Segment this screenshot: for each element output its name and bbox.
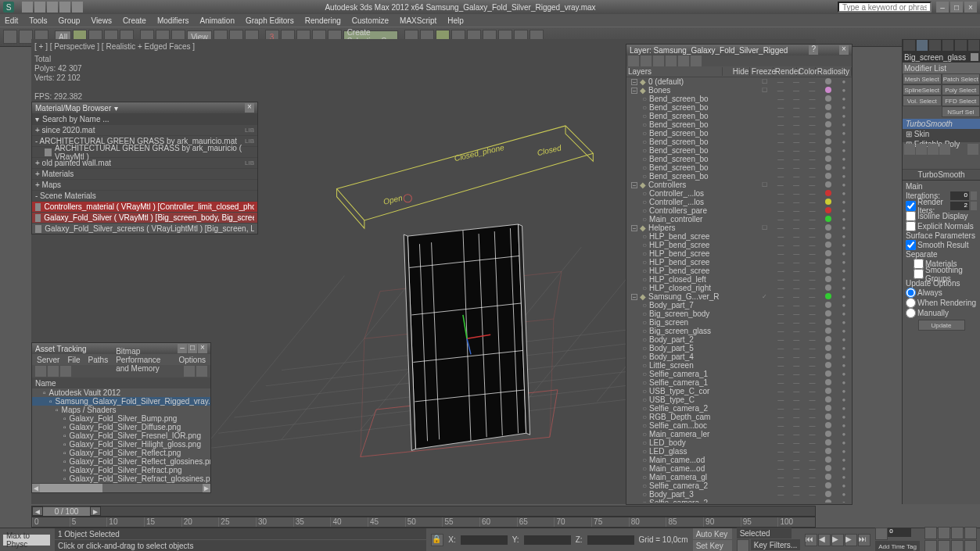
prev-frame-icon[interactable]: ◀ [818,534,831,546]
quick-redo-icon[interactable] [72,2,83,13]
material-group-row[interactable]: + Maps [32,179,257,190]
tree-icon[interactable] [60,366,71,377]
spinner-arrows-icon[interactable] [971,191,977,200]
material-group-row[interactable]: ARCHITECTURAL GREEN GRASS by ark_maurici… [32,146,257,157]
layer-row[interactable]: ○Big_screen_glass———● [626,327,852,335]
layer-row[interactable]: ○Controllers_pare———● [626,206,852,215]
z-coord-input[interactable] [587,535,634,545]
chevron-down-icon[interactable]: ▾ [35,115,39,123]
layer-row[interactable]: ○RGB_Depth_cam———● [626,413,852,421]
quick-undo-icon[interactable] [59,2,70,13]
layer-row[interactable]: ○Main_came...od———● [626,464,852,473]
scene-material-row[interactable]: Controllers_material ( VRayMtl ) [Contro… [32,201,257,212]
layer-row[interactable]: ○Main_controller———● [626,215,852,224]
nsurf-sel-button[interactable]: NSurf Sel [942,106,981,117]
layer-row[interactable]: ○Bend_screen_bo———● [626,146,852,155]
zoom-icon[interactable] [924,527,937,539]
hide-unhide-icon[interactable] [691,55,702,66]
update-render-radio[interactable] [906,298,916,308]
layer-row[interactable]: ○HLP_bend_scree———● [626,241,852,249]
new-layer-icon[interactable] [628,55,639,66]
layer-row[interactable]: ○Selfie_cam...boc———● [626,421,852,430]
lock-icon[interactable]: 🔒 [431,534,443,546]
layer-row[interactable]: ○Main_camera_ler———● [626,430,852,438]
y-coord-input[interactable] [524,535,571,545]
viewport-label[interactable]: [ + ] [ Perspective ] [ Realistic + Edge… [34,42,195,51]
asset-menu-item[interactable]: Paths [88,356,109,364]
update-manual-radio[interactable] [906,308,916,318]
menu-help[interactable]: Help [447,16,464,25]
layer-expand-icon[interactable]: – [631,182,637,188]
layer-row[interactable]: ○Body_part_4———● [626,352,852,361]
quick-open-icon[interactable] [34,2,45,13]
layer-row[interactable]: ○Big_screen———● [626,318,852,327]
turbosmooth-rollout-header[interactable]: TurboSmooth [903,169,980,181]
layer-expand-icon[interactable]: – [631,225,637,231]
create-tab-icon[interactable] [903,39,916,52]
modifier-list-dropdown[interactable]: Modifier List [903,63,980,73]
maximize-button[interactable]: □ [950,2,963,13]
modify-tab-icon[interactable] [916,39,929,52]
menu-modifiers[interactable]: Modifiers [157,16,189,25]
layer-row[interactable]: ○LED_glass———● [626,447,852,456]
settings-icon[interactable] [196,366,207,377]
asset-tree-row[interactable]: ▫Galaxy_Fold_Silver_Diffuse.png [32,423,210,431]
layer-row[interactable]: ○Bend_screen_bo———● [626,95,852,103]
layer-row[interactable]: ○Selfie_camera_1———● [626,370,852,378]
help-search-input[interactable] [838,2,932,13]
refresh-icon[interactable] [35,366,46,377]
add-to-layer-icon[interactable] [653,55,664,66]
layer-row[interactable]: ○Bend_screen_bo———● [626,172,852,181]
menu-graph-editors[interactable]: Graph Editors [246,16,294,25]
asset-menu-item[interactable]: File [67,356,80,364]
orbit-icon[interactable] [951,540,964,551]
asset-tree-row[interactable]: ▫Galaxy_Fold_Silver_Bump.png [32,414,210,423]
remove-mod-icon[interactable] [939,144,950,155]
layer-row[interactable]: ○Body_part_3———● [626,490,852,499]
object-name-field[interactable]: Big_screen_glass [904,53,966,62]
layer-expand-icon[interactable]: – [631,294,637,300]
render-iters-spinner[interactable]: 2 [950,202,969,210]
delete-layer-icon[interactable] [641,55,652,66]
layer-row[interactable]: ○Bend_screen_bo———● [626,103,852,112]
ffd-select-button[interactable]: FFD Select [942,95,981,106]
time-slider-thumb[interactable]: 0 / 100 [43,507,90,516]
asset-max-icon[interactable]: □ [188,344,197,353]
layer-row[interactable]: ○Body_part_7———● [626,301,852,309]
asset-tree-row[interactable]: ▫Samsung_Galaxy_Fold_Silver_Rigged_vray.… [32,397,210,406]
layer-row[interactable]: ○Bend_screen_bo———● [626,155,852,163]
menu-group[interactable]: Group [59,16,81,25]
layer-row[interactable]: ○Main_camera_gl———● [626,473,852,481]
pan-icon[interactable] [938,540,950,551]
display-tab-icon[interactable] [954,39,967,52]
asset-tree-row[interactable]: ▫Autodesk Vault 2012 [32,388,210,397]
next-frame-icon[interactable]: ▶ [845,534,857,546]
menu-animation[interactable]: Animation [199,16,234,25]
status-icon[interactable] [48,366,59,377]
layer-row[interactable]: ○Bend_screen_bo———● [626,163,852,172]
layer-row[interactable]: ○HLP_bend_scree———● [626,232,852,241]
layer-row[interactable]: ○Bend_screen_bo———● [626,129,852,138]
current-frame-input[interactable]: 0 [888,528,911,537]
x-coord-input[interactable] [461,535,508,545]
layer-row[interactable]: ○Little_screen———● [626,361,852,370]
zoom-extents-all-icon[interactable] [964,527,977,539]
layer-row[interactable]: ○Bend_screen_bo———● [626,112,852,120]
update-always-radio[interactable] [906,288,916,298]
layer-row[interactable]: ○LED_body———● [626,438,852,447]
layer-row[interactable]: ○Controller_...los———● [626,198,852,206]
layer-row[interactable]: ○HLP_closed_left———● [626,275,852,284]
unique-icon[interactable] [928,144,939,155]
sep-groups-checkbox[interactable] [914,269,924,279]
quick-save-icon[interactable] [47,2,58,13]
menu-edit[interactable]: Edit [5,16,18,25]
modifier-stack-item[interactable]: ⊞ Skin [903,129,980,139]
material-group-row[interactable]: - Scene Materials [32,190,257,201]
chevron-down-icon[interactable]: ▾ [114,104,118,113]
asset-tree-row[interactable]: ▫Galaxy_Fold_Silver_Reflect_glossines.pn… [32,457,210,466]
asset-menu-item[interactable]: Options [179,356,206,364]
material-browser-close-icon[interactable]: × [245,103,254,113]
pin-stack-icon[interactable] [904,144,915,155]
asset-menu-item[interactable]: Bitmap Performance and Memory [116,347,171,373]
asset-tree-row[interactable]: ▫Maps / Shaders [32,406,210,414]
